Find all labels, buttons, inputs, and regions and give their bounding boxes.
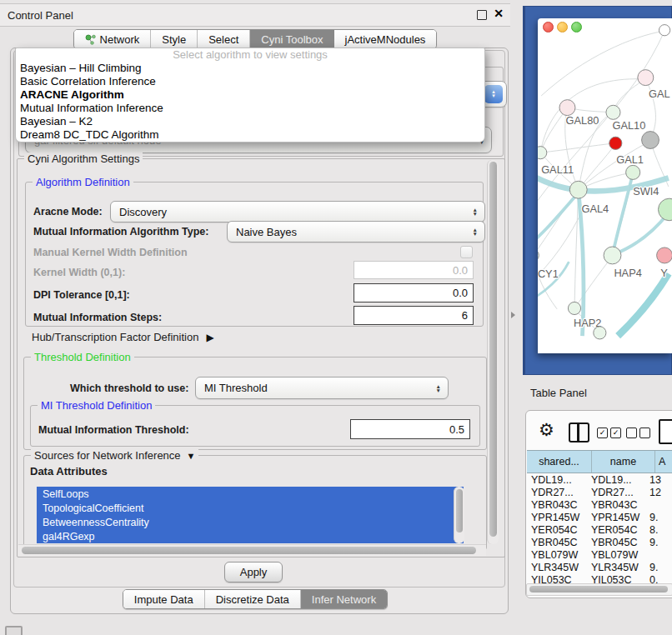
mi-threshold-field[interactable]: 0.5 [350, 419, 470, 439]
tab-discretize-data[interactable]: Discretize Data [205, 590, 301, 608]
algorithm-option[interactable]: Mutual Information Inference [16, 101, 484, 114]
mi-steps-field[interactable]: 6 [354, 306, 474, 325]
table-cell: 13 [645, 474, 672, 486]
tab-jactivemnodules[interactable]: jActiveMNodules [334, 30, 437, 48]
select-all-checks-icon[interactable]: ✓ ✓ [597, 428, 621, 438]
node-label-GAL10: GAL10 [613, 119, 646, 132]
table-cell: YLR345W [527, 562, 587, 573]
algorithm-option[interactable]: Bayesian – Hill Climbing [16, 61, 484, 74]
network-node-pink-right[interactable] [657, 248, 672, 263]
network-icon [85, 34, 96, 45]
table-row[interactable]: YLR345WYLR345W9. [527, 561, 672, 573]
network-node-HAP4[interactable] [604, 247, 621, 264]
apply-button[interactable]: Apply [224, 562, 283, 582]
column-header-shared-name[interactable]: shared... [527, 451, 592, 472]
tab-cyni-toolbox[interactable]: Cyni Toolbox [250, 30, 333, 48]
mi-steps-value: 6 [462, 309, 468, 322]
table-row[interactable]: YPR145WYPR145W9. [527, 511, 672, 523]
gear-icon[interactable]: ⚙ [539, 420, 554, 440]
algorithm-option[interactable]: Bayesian – K2 [16, 114, 484, 128]
close-icon[interactable]: ✕ [494, 7, 504, 20]
aracne-mode-combo[interactable]: Discovery ▲▼ [110, 201, 485, 222]
algorithm-dropdown-popup: Select algorithm to view settings Bayesi… [15, 48, 485, 142]
network-node-SWI4[interactable] [658, 198, 672, 221]
tab-style[interactable]: Style [151, 30, 198, 48]
tab-label: jActiveMNodules [345, 33, 426, 46]
table-row[interactable]: YBR045CYBR045C9. [527, 536, 672, 548]
cyni-settings-title: Cyni Algorithm Settings [24, 152, 143, 165]
node-label-GAL1: GAL1 [616, 153, 644, 166]
kernel-width-field[interactable]: 0.0 [354, 261, 474, 279]
combo-spinner-icon: ▲▼ [466, 228, 484, 236]
network-node-unlabeled-top[interactable] [659, 25, 669, 36]
network-node-gal-pink-top[interactable] [638, 70, 654, 86]
tab-network[interactable]: Network [74, 30, 152, 48]
expand-right-icon[interactable]: ▶ [206, 332, 213, 343]
which-threshold-value: MI Threshold [204, 382, 268, 394]
table-horizontal-scrollbar[interactable] [526, 583, 672, 596]
table-row[interactable]: YBL079WYBL079W [527, 548, 672, 561]
network-node-red-node[interactable] [609, 137, 622, 149]
table-cell: YIL053C [587, 574, 645, 584]
table-cell: YER054C [527, 524, 587, 536]
node-table[interactable]: YDL19...YDL19...13YDR27...YDR27...12YBR0… [527, 473, 672, 583]
node-label-SWI4: SWI4 [633, 185, 659, 198]
panel-divider-handle[interactable] [511, 312, 515, 318]
network-node-GAL10[interactable] [606, 105, 620, 119]
tab-impute-data[interactable]: Impute Data [123, 590, 205, 608]
table-cell: 0. [645, 574, 672, 584]
column-header-clipped[interactable]: A [655, 451, 672, 472]
scrollbar-thumb[interactable] [529, 586, 668, 592]
table-row[interactable]: YER054CYER054C8. [527, 523, 672, 536]
combo-spinner-icon[interactable]: ▲▼ [484, 85, 503, 103]
split-columns-icon[interactable] [569, 422, 589, 442]
collapsed-panel-icon[interactable] [5, 626, 23, 635]
node-label-GCY1: GCY1 [538, 268, 559, 280]
mi-type-combo[interactable]: Naive Bayes ▲▼ [227, 221, 485, 242]
settings-vertical-scrollbar[interactable] [487, 160, 499, 544]
dpi-tolerance-field[interactable]: 0.0 [354, 283, 474, 302]
table-row[interactable]: YDR27...YDR27...12 [527, 486, 672, 498]
network-node-GAL1[interactable] [626, 165, 640, 179]
scrollbar-thumb[interactable] [22, 547, 476, 554]
data-attribute-item[interactable]: gal4RGexp [37, 529, 464, 543]
network-node-HAP2[interactable] [568, 302, 580, 314]
float-window-icon[interactable] [477, 10, 487, 20]
network-node-GAL11[interactable] [538, 147, 547, 159]
table-row[interactable]: YDL19...YDL19...13 [527, 473, 672, 486]
settings-horizontal-scrollbar[interactable] [18, 544, 486, 556]
tab-infer-network[interactable]: Infer Network [301, 590, 387, 608]
data-attributes-list[interactable]: SelfLoopsTopologicalCoefficientBetweenne… [37, 487, 464, 543]
table-cell: YBR043C [587, 499, 645, 511]
which-threshold-combo[interactable]: MI Threshold ▲▼ [195, 377, 449, 399]
network-node-gray-node[interactable] [642, 132, 659, 149]
algorithm-option[interactable]: Basic Correlation Inference [16, 74, 484, 88]
table-row[interactable]: YIL053CYIL053C0. [527, 573, 672, 583]
tab-label: Discretize Data [216, 593, 289, 606]
bottom-tab-bar: Impute Data Discretize Data Infer Networ… [0, 589, 510, 609]
network-node-GAL4[interactable] [569, 181, 587, 198]
apply-button-label: Apply [240, 566, 268, 578]
deselect-all-icon[interactable] [626, 428, 650, 438]
file-icon[interactable] [659, 419, 672, 444]
scrollbar-thumb[interactable] [489, 162, 497, 537]
attributes-list-scrollbar[interactable] [454, 487, 464, 543]
data-attribute-item[interactable]: TopologicalCoefficient [37, 501, 464, 515]
algorithm-option[interactable]: ARACNE Algorithm [16, 88, 484, 101]
collapse-down-icon[interactable]: ▼ [187, 451, 196, 461]
network-node-unlabeled-bottom[interactable] [594, 327, 606, 339]
algorithm-definition-title: Algorithm Definition [33, 176, 133, 188]
data-attribute-item[interactable]: BetweennessCentrality [37, 515, 464, 529]
table-cell: YPR145W [587, 512, 645, 523]
network-node-GAL80[interactable] [559, 100, 575, 116]
table-row[interactable]: YBR043CYBR043C [527, 498, 672, 511]
algorithm-option[interactable]: Dream8 DC_TDC Algorithm [16, 128, 484, 141]
network-node-GCY1[interactable] [538, 249, 539, 262]
scrollbar-thumb[interactable] [456, 489, 463, 532]
column-header-name[interactable]: name [592, 451, 655, 472]
network-canvas[interactable]: GALGAL80GAL10GAL1GAL11SWI4GAL4GCY1HAP4YH… [538, 18, 672, 353]
hub-tf-definition-section[interactable]: Hub/Transcription Factor Definition ▶ [32, 331, 214, 343]
manual-kernel-checkbox[interactable] [460, 246, 473, 258]
data-attribute-item[interactable]: SelfLoops [37, 487, 464, 501]
tab-select[interactable]: Select [198, 30, 250, 48]
